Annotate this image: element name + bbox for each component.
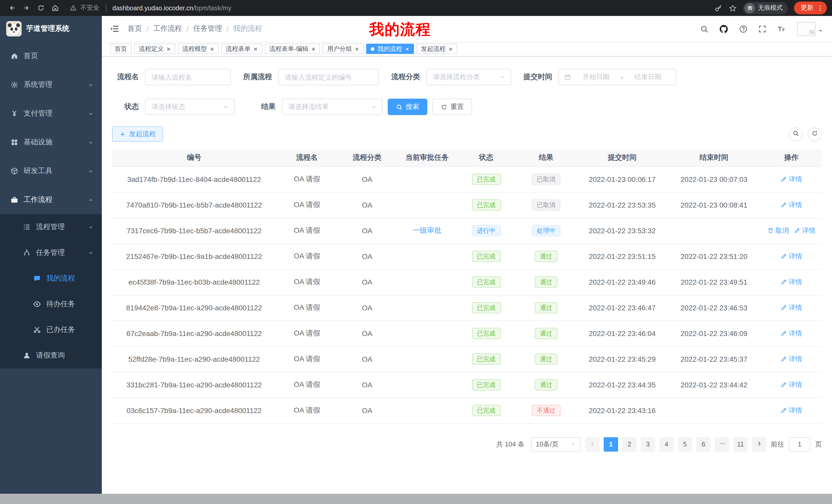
tab-6[interactable]: 我的流程× <box>366 44 414 54</box>
cell-process-name: OA 请假 <box>276 346 338 372</box>
search-button[interactable]: 搜索 <box>388 99 427 115</box>
page-button-2[interactable]: 2 <box>622 437 636 451</box>
result-select[interactable]: 请选择流结果 <box>282 99 383 115</box>
breadcrumb-item[interactable]: 任务管理 <box>193 24 222 33</box>
close-icon[interactable]: × <box>312 46 315 52</box>
sidebar-item-system[interactable]: 系统管理 <box>0 71 102 99</box>
sidebar-item-todo-tasks[interactable]: 待办任务 <box>0 291 102 317</box>
cancel-action-link[interactable]: 取消 <box>767 226 789 235</box>
reset-button[interactable]: 重置 <box>433 99 472 115</box>
cell-end-time <box>667 218 761 244</box>
browser-home-icon[interactable] <box>48 2 62 14</box>
detail-action-link[interactable]: 详情 <box>781 303 802 312</box>
end-date-placeholder[interactable]: 结束日期 <box>625 73 671 82</box>
chevron-down-icon <box>88 168 94 174</box>
page-button-11[interactable]: 11 <box>733 437 748 451</box>
close-icon[interactable]: × <box>405 46 409 52</box>
result-badge: 通过 <box>535 354 557 365</box>
parent-process-input[interactable] <box>278 69 379 85</box>
sidebar-item-my-process[interactable]: 我的流程 <box>0 265 102 291</box>
sidebar-item-done-tasks[interactable]: 已办任务 <box>0 317 102 343</box>
detail-action-link[interactable]: 详情 <box>781 200 802 209</box>
toggle-search-button[interactable] <box>789 127 803 141</box>
edit-icon <box>781 304 787 311</box>
page-button-5[interactable]: 5 <box>678 437 692 451</box>
close-icon[interactable]: × <box>210 46 214 52</box>
address-bar[interactable]: 不安全 dashboard.yudao.iocoder.cn/bpm/task/… <box>70 4 231 12</box>
detail-action-link[interactable]: 详情 <box>781 406 802 415</box>
breadcrumb-item[interactable]: 我的流程 <box>233 24 262 33</box>
breadcrumb-separator: / <box>187 25 189 33</box>
app-logo[interactable]: 芋道管理系统 <box>0 16 102 41</box>
page-button-4[interactable]: 4 <box>659 437 674 451</box>
page-button-3[interactable]: 3 <box>641 437 655 451</box>
tab-5[interactable]: 用户分组× <box>323 44 364 54</box>
sidebar-item-infrastructure[interactable]: 基础设施 <box>0 128 102 157</box>
hamburger-icon[interactable] <box>102 24 128 34</box>
breadcrumb-item[interactable]: 首页 <box>128 24 142 33</box>
action-label: 详情 <box>789 329 802 338</box>
detail-action-link[interactable]: 详情 <box>781 355 802 364</box>
search-icon[interactable] <box>695 16 714 41</box>
current-task-link[interactable]: 一级审批 <box>413 226 441 234</box>
close-icon[interactable]: × <box>166 46 171 52</box>
detail-action-link[interactable]: 详情 <box>781 380 802 389</box>
page-size-select[interactable]: 10条/页 <box>531 437 580 451</box>
detail-action-link[interactable]: 详情 <box>781 277 802 287</box>
detail-action-link[interactable]: 详情 <box>781 252 802 261</box>
kebab-menu-icon[interactable] <box>816 4 824 11</box>
sidebar-item-payment[interactable]: 支付管理 <box>0 99 102 128</box>
next-page-button[interactable] <box>752 437 766 451</box>
goto-page-input[interactable] <box>789 437 810 451</box>
process-name-input[interactable] <box>145 69 231 85</box>
tab-3[interactable]: 流程表单× <box>221 44 262 54</box>
page-button-1[interactable]: 1 <box>604 437 618 451</box>
sidebar-item-label: 我的流程 <box>46 274 102 283</box>
cell-status: 已完成 <box>458 398 515 423</box>
cell-result: 通过 <box>515 320 577 346</box>
detail-action-link[interactable]: 详情 <box>781 329 802 338</box>
tabs-bar: 首页流程定义×流程模型×流程表单×流程表单-编辑×用户分组×我的流程×发起流程× <box>102 41 832 57</box>
sidebar-item-workflow[interactable]: 工作流程 <box>0 186 102 214</box>
browser-update-button[interactable]: 更新 <box>794 2 827 15</box>
bookmark-star-icon[interactable] <box>729 4 737 12</box>
sidebar-item-home[interactable]: 首页 <box>0 41 102 71</box>
tab-4[interactable]: 流程表单-编辑× <box>265 44 320 54</box>
more-pages-button[interactable] <box>715 437 729 451</box>
tab-1[interactable]: 流程定义× <box>134 44 175 54</box>
browser-forward-icon[interactable] <box>20 2 33 14</box>
tab-label: 流程表单-编辑 <box>269 45 309 53</box>
tab-0[interactable]: 首页 <box>110 44 132 54</box>
key-icon[interactable] <box>714 4 723 12</box>
refresh-table-button[interactable] <box>808 127 822 141</box>
status-select[interactable]: 请选择状态 <box>145 99 234 115</box>
cell-process-id: 331bc281-7b9a-11ec-a290-acde48001122 <box>112 372 276 398</box>
submit-time-range-picker[interactable]: 开始日期 - 结束日期 <box>558 69 676 85</box>
category-select[interactable]: 请选择流程分类 <box>426 69 511 85</box>
browser-reload-icon[interactable] <box>34 2 47 14</box>
prev-page-button[interactable] <box>585 437 600 451</box>
start-process-button[interactable]: 发起流程 <box>112 127 163 142</box>
start-date-placeholder[interactable]: 开始日期 <box>573 73 619 82</box>
incognito-profile-chip[interactable]: 无痕模式 <box>743 2 788 14</box>
close-icon[interactable]: × <box>449 46 452 52</box>
sidebar-item-leave-query[interactable]: 请假查询 <box>0 343 102 368</box>
font-size-icon[interactable] <box>772 16 791 41</box>
url-path: /bpm/task/my <box>193 4 231 11</box>
user-avatar[interactable] <box>797 22 824 36</box>
sidebar-item-dev-tools[interactable]: 研发工具 <box>0 157 102 186</box>
breadcrumb-item[interactable]: 工作流程 <box>153 24 182 33</box>
help-icon[interactable] <box>734 16 753 41</box>
tab-7[interactable]: 发起流程× <box>416 44 457 54</box>
close-icon[interactable]: × <box>355 46 359 52</box>
detail-action-link[interactable]: 详情 <box>781 175 802 184</box>
browser-back-icon[interactable] <box>5 2 19 14</box>
fullscreen-icon[interactable] <box>753 16 772 41</box>
sidebar-item-task-management[interactable]: 任务管理 <box>0 240 102 265</box>
page-button-6[interactable]: 6 <box>696 437 711 451</box>
sidebar-item-process-management[interactable]: 流程管理 <box>0 214 102 240</box>
tab-2[interactable]: 流程模型× <box>178 44 218 54</box>
detail-action-link[interactable]: 详情 <box>794 226 815 235</box>
close-icon[interactable]: × <box>254 46 257 52</box>
github-icon[interactable] <box>714 16 734 41</box>
